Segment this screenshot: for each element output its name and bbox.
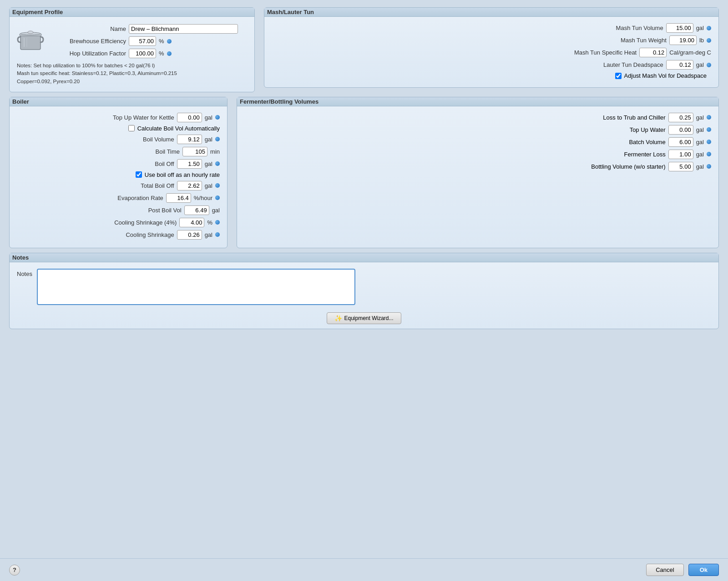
- boil-off-row: Boil Off gal: [17, 159, 220, 169]
- wand-icon: ✨: [334, 315, 342, 322]
- post-boil-row: Post Boil Vol gal: [17, 205, 220, 215]
- bottling-vol-input[interactable]: [668, 162, 693, 171]
- notes-label: Notes: [17, 269, 32, 277]
- ferm-topup-unit: gal: [696, 126, 704, 133]
- lauter-dead-unit: gal: [696, 61, 704, 68]
- ferm-topup-row: Top Up Water gal: [244, 125, 711, 135]
- fermenter-panel: Fermenter/Bottling Volumes Loss to Trub …: [237, 97, 719, 248]
- loss-trub-unit: gal: [696, 114, 704, 121]
- ferm-topup-dot[interactable]: [707, 127, 711, 132]
- bottling-vol-label: Bottling Volume (w/o starter): [561, 163, 666, 170]
- notes-textarea[interactable]: [37, 269, 355, 305]
- use-boil-hour-label: Use boil off as an hourly rate: [145, 171, 220, 178]
- cool-shrink4-unit: %: [207, 219, 212, 226]
- top-up-kettle-input[interactable]: [177, 113, 202, 122]
- mash-vol-row: Mash Tun Volume gal: [272, 23, 711, 33]
- top-up-kettle-label: Top Up Water for Kettle: [79, 114, 174, 121]
- post-boil-input[interactable]: [184, 205, 209, 215]
- mash-heat-row: Mash Tun Specific Heat Cal/gram-deg C: [272, 48, 711, 57]
- cool-shrink-unit: gal: [205, 231, 212, 238]
- batch-vol-input[interactable]: [668, 137, 693, 147]
- top-up-kettle-row: Top Up Water for Kettle gal: [17, 113, 220, 122]
- boil-vol-row: Boil Volume gal: [17, 135, 220, 144]
- boil-off-input[interactable]: [177, 159, 202, 169]
- batch-vol-dot[interactable]: [707, 140, 711, 144]
- mash-weight-row: Mash Tun Weight lb: [272, 35, 711, 45]
- boil-off-unit: gal: [205, 160, 212, 167]
- adjust-mash-checkbox[interactable]: [615, 73, 622, 79]
- cancel-button[interactable]: Cancel: [646, 564, 683, 576]
- boil-vol-input[interactable]: [177, 135, 202, 144]
- mash-vol-input[interactable]: [666, 23, 693, 33]
- hop-util-input[interactable]: [129, 49, 156, 58]
- loss-trub-row: Loss to Trub and Chiller gal: [244, 113, 711, 122]
- name-input[interactable]: [129, 24, 238, 34]
- cool-shrink-dot[interactable]: [215, 232, 220, 237]
- loss-trub-input[interactable]: [668, 113, 693, 122]
- cool-shrink-row: Cooling Shrinkage gal: [17, 230, 220, 240]
- evap-rate-dot[interactable]: [215, 195, 220, 200]
- boil-time-label: Boil Time: [84, 148, 180, 155]
- pot-icon: [17, 26, 44, 53]
- loss-trub-dot[interactable]: [707, 115, 711, 120]
- mash-heat-unit: Cal/gram-deg C: [669, 49, 711, 56]
- cool-shrink-input[interactable]: [177, 230, 202, 240]
- calc-auto-row: Calculate Boil Vol Automatically: [17, 125, 220, 132]
- batch-vol-unit: gal: [696, 139, 704, 145]
- boiler-header: Boiler: [10, 97, 227, 106]
- calc-auto-label: Calculate Boil Vol Automatically: [137, 125, 220, 132]
- loss-trub-label: Loss to Trub and Chiller: [561, 114, 666, 121]
- boil-time-input[interactable]: [182, 147, 207, 156]
- cool-shrink4-dot[interactable]: [215, 220, 220, 225]
- batch-vol-label: Batch Volume: [561, 139, 666, 145]
- total-boil-off-dot[interactable]: [215, 183, 220, 188]
- cool-shrink4-label: Cooling Shrinkage (4%): [81, 219, 177, 226]
- total-boil-off-input[interactable]: [177, 181, 202, 190]
- cool-shrink4-input[interactable]: [179, 218, 204, 227]
- top-up-kettle-dot[interactable]: [215, 115, 220, 120]
- boil-vol-dot[interactable]: [215, 137, 220, 141]
- ok-button[interactable]: Ok: [688, 564, 719, 576]
- boil-vol-label: Boil Volume: [79, 136, 174, 143]
- equipment-profile-header: Equipment Profile: [10, 8, 254, 17]
- bottling-vol-dot[interactable]: [707, 164, 711, 169]
- brew-eff-info-dot[interactable]: [167, 39, 172, 44]
- help-button[interactable]: ?: [9, 565, 20, 576]
- mash-weight-unit: lb: [699, 37, 704, 44]
- brew-eff-input[interactable]: [129, 36, 156, 46]
- wizard-button[interactable]: ✨ Equipment Wizard...: [327, 312, 401, 324]
- use-boil-hour-checkbox[interactable]: [136, 171, 142, 178]
- ferm-loss-input[interactable]: [668, 150, 693, 159]
- equipment-profile-panel: Equipment Profile: [9, 7, 255, 92]
- ferm-loss-unit: gal: [696, 151, 704, 158]
- svg-rect-0: [20, 35, 40, 50]
- calc-auto-checkbox[interactable]: [128, 125, 135, 131]
- cool-shrink-label: Cooling Shrinkage: [79, 231, 174, 238]
- evap-rate-unit: %/hour: [194, 195, 212, 201]
- mash-vol-unit: gal: [696, 25, 704, 31]
- ferm-loss-dot[interactable]: [707, 152, 711, 156]
- mash-weight-input[interactable]: [669, 35, 697, 45]
- hop-util-info-dot[interactable]: [167, 51, 172, 56]
- evap-rate-input[interactable]: [166, 193, 191, 203]
- boil-off-dot[interactable]: [215, 161, 220, 166]
- ep-notes-1: Notes: Set hop utilization to 100% for b…: [17, 62, 247, 70]
- boil-off-label: Boil Off: [79, 160, 174, 167]
- evap-rate-label: Evaporation Rate: [68, 195, 163, 201]
- mash-weight-info-dot[interactable]: [707, 38, 711, 43]
- bottling-vol-unit: gal: [696, 163, 704, 170]
- mash-lauter-panel: Mash/Lauter Tun Mash Tun Volume gal Mash…: [264, 7, 719, 88]
- mash-vol-info-dot[interactable]: [707, 26, 711, 30]
- lauter-dead-info-dot[interactable]: [707, 63, 711, 67]
- mash-heat-input[interactable]: [639, 48, 667, 57]
- fermenter-header: Fermenter/Bottling Volumes: [237, 97, 718, 106]
- ep-notes-3: Copper=0.092, Pyrex=0.20: [17, 78, 247, 85]
- ferm-loss-label: Fermenter Loss: [561, 151, 666, 158]
- mash-weight-label: Mash Tun Weight: [576, 37, 667, 44]
- post-boil-label: Post Boil Vol: [86, 207, 182, 214]
- lauter-dead-input[interactable]: [666, 60, 693, 70]
- hop-util-label: Hop Utilization Factor: [49, 50, 126, 57]
- ferm-topup-label: Top Up Water: [561, 126, 666, 133]
- ferm-topup-input[interactable]: [668, 125, 693, 135]
- mash-lauter-header: Mash/Lauter Tun: [264, 8, 718, 17]
